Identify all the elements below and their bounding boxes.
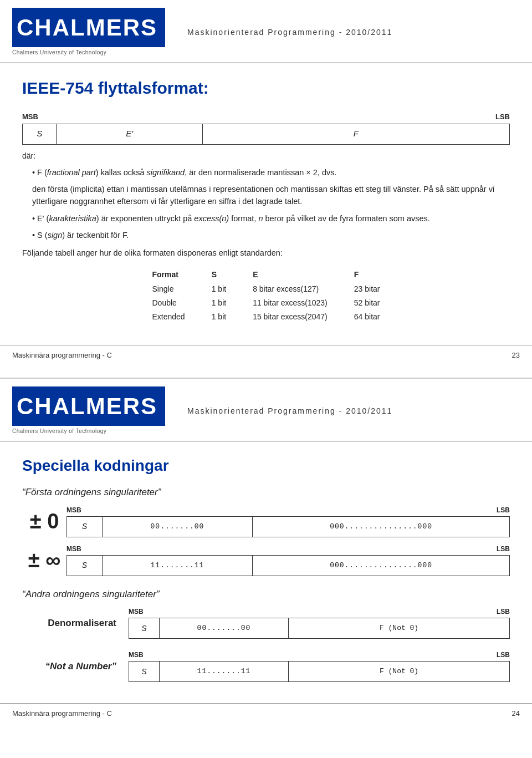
table-row: Extended 1 bit 15 bitar excess(2047) 64 …: [139, 310, 393, 324]
nan-boxes: S 11.......11 F (Not 0): [129, 661, 510, 682]
cell-e: 15 bitar excess(2047): [239, 310, 341, 324]
logo-block-1: CHALMERS Chalmers University of Technolo…: [12, 8, 165, 57]
zero-row: ± 0 MSB LSB S 00.......00 000...........…: [22, 505, 510, 538]
italic-n: n: [258, 214, 263, 223]
zero-diagram: MSB LSB S 00.......00 000...............…: [66, 505, 510, 538]
cell-f: 64 bitar: [341, 310, 393, 324]
denorm-mid-box: 00.......00: [160, 618, 289, 638]
bullet-3: E' (karakteristika) är exponenten uttryc…: [32, 212, 510, 225]
italic-fractional: fractional part: [47, 168, 96, 177]
zero-right-box: 000...............000: [253, 517, 509, 537]
nan-mid-box: 11.......11: [160, 662, 289, 681]
nan-lsb: LSB: [497, 650, 510, 660]
zero-mid-box: 00.......00: [103, 517, 253, 537]
col-e: E: [239, 267, 341, 282]
nan-label: “Not a Number”: [22, 659, 116, 674]
page2-header: CHALMERS Chalmers University of Technolo…: [0, 379, 532, 442]
cell-s: 1 bit: [198, 296, 239, 310]
nan-msb: MSB: [129, 650, 144, 660]
logo-block-2: CHALMERS Chalmers University of Technolo…: [12, 386, 165, 435]
page2-content: Speciella kodningar “Första ordningens s…: [0, 442, 532, 693]
cell-s: 1 bit: [198, 310, 239, 324]
zero-msb-lsb: MSB LSB: [66, 505, 510, 515]
denorm-msb: MSB: [129, 607, 144, 617]
footer-right-2: 24: [512, 708, 520, 719]
col-format: Format: [139, 267, 198, 282]
denorm-row: Denormaliserat MSB LSB S 00.......00 F (…: [22, 607, 510, 640]
col-s: S: [198, 267, 239, 282]
cell-e: 11 bitar excess(1023): [239, 296, 341, 310]
inf-wrap: MSB LSB S 11.......11 000...............…: [66, 544, 510, 576]
logo-subtitle-1: Chalmers University of Technology: [12, 48, 106, 57]
msb-label: MSB: [22, 111, 38, 123]
page1-content: IEEE-754 flyttalsformat: MSB LSB S E' F …: [0, 63, 532, 335]
zero-lsb: LSB: [497, 505, 510, 515]
page1-footer: Maskinnära programmering - C 23: [0, 345, 532, 365]
bit-boxes: S E' F: [22, 124, 510, 145]
s-box: S: [23, 124, 57, 144]
footer-right-1: 23: [512, 350, 520, 361]
inf-msb-lsb: MSB LSB: [66, 544, 510, 554]
italic-signifikand: signifikand: [147, 168, 185, 177]
bullet-4: S (sign) är teckenbit för F.: [32, 229, 510, 241]
bit-labels: MSB LSB: [22, 111, 510, 123]
denorm-s-box: S: [129, 618, 160, 638]
page1-title: IEEE-754 flyttalsformat:: [22, 75, 510, 100]
inf-lsb: LSB: [497, 544, 510, 554]
inf-msb: MSB: [66, 544, 81, 554]
inf-s-box: S: [67, 556, 103, 576]
nan-s-box: S: [129, 662, 160, 681]
page-container: CHALMERS Chalmers University of Technolo…: [0, 0, 532, 757]
inf-diagram: MSB LSB S 11.......11 000...............…: [66, 544, 510, 577]
inf-boxes: S 11.......11 000...............000: [66, 555, 510, 576]
table-header-row: Format S E F: [139, 267, 393, 282]
denorm-boxes: S 00.......00 F (Not 0): [129, 618, 510, 639]
cell-format: Single: [139, 282, 198, 296]
zero-symbol: ± 0: [22, 506, 66, 537]
header-title-2: Maskinorienterad Programmering - 2010/20…: [187, 405, 392, 417]
nan-wrap: MSB LSB S 11.......11 F (Not 0): [129, 650, 510, 682]
dar-label: där:: [22, 150, 510, 162]
italic-excess: excess(n): [194, 214, 229, 223]
e-box: E': [57, 124, 202, 144]
zero-boxes: S 00.......00 000...............000: [66, 516, 510, 537]
footer-left-1: Maskinnära programmering - C: [12, 350, 112, 361]
page-1: CHALMERS Chalmers University of Technolo…: [0, 0, 532, 379]
inf-mid-box: 11.......11: [103, 556, 253, 576]
nan-msb-lsb: MSB LSB: [129, 650, 510, 660]
cell-f: 52 bitar: [341, 296, 393, 310]
format-table: Format S E F Single 1 bit 8 bitar excess…: [139, 267, 393, 324]
lsb-label: LSB: [495, 111, 510, 123]
table-row: Single 1 bit 8 bitar excess(127) 23 bita…: [139, 282, 393, 296]
cell-format: Extended: [139, 310, 198, 324]
nan-row: “Not a Number” MSB LSB S 11.......11 F (…: [22, 650, 510, 683]
denorm-wrap: MSB LSB S 00.......00 F (Not 0): [129, 607, 510, 639]
cell-e: 8 bitar excess(127): [239, 282, 341, 296]
page-2: CHALMERS Chalmers University of Technolo…: [0, 379, 532, 757]
italic-sign: sign: [48, 231, 63, 240]
inf-symbol: ± ∞: [22, 545, 66, 576]
nan-right-box: F (Not 0): [289, 662, 509, 681]
cell-f: 23 bitar: [341, 282, 393, 296]
chalmers-logo-1: CHALMERS: [12, 8, 165, 47]
chalmers-logo-2: CHALMERS: [12, 386, 165, 426]
inf-row: ± ∞ MSB LSB S 11.......11 000...........…: [22, 544, 510, 577]
section2-heading: “Andra ordningens singulariteter”: [22, 587, 510, 602]
logo-subtitle-2: Chalmers University of Technology: [12, 427, 106, 435]
zero-wrap: MSB LSB S 00.......00 000...............…: [66, 505, 510, 537]
denorm-diagram: MSB LSB S 00.......00 F (Not 0): [129, 607, 510, 640]
col-f: F: [341, 267, 393, 282]
page2-footer: Maskinnära programmering - C 24: [0, 703, 532, 724]
denorm-msb-lsb: MSB LSB: [129, 607, 510, 617]
table-row: Double 1 bit 11 bitar excess(1023) 52 bi…: [139, 296, 393, 310]
section1-heading: “Första ordningens singulariteter”: [22, 485, 510, 500]
table-intro: Följande tabell anger hur de olika forma…: [22, 247, 510, 260]
denorm-lsb: LSB: [497, 607, 510, 617]
para-2: den första (implicita) ettan i mantissan…: [32, 183, 510, 208]
bullet-1: F (fractional part) kallas också signifi…: [32, 166, 510, 179]
zero-s-box: S: [67, 517, 103, 537]
denorm-right-box: F (Not 0): [289, 618, 509, 638]
page2-title: Speciella kodningar: [22, 454, 510, 477]
cell-s: 1 bit: [198, 282, 239, 296]
inf-right-box: 000...............000: [253, 556, 509, 576]
